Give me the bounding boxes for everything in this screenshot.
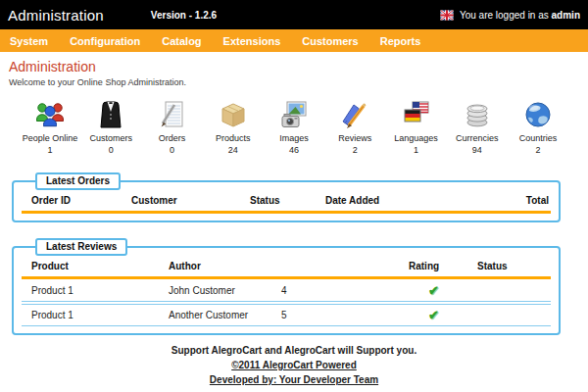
menu-item-reports[interactable]: Reports <box>369 35 432 47</box>
latest-reviews-legend: Latest Reviews <box>35 238 127 256</box>
review-row[interactable]: Product 1 John Customer 4 ✔ <box>22 279 551 302</box>
people-online-icon <box>20 99 80 130</box>
customers-icon <box>80 99 141 130</box>
stat-orders[interactable]: Orders 0 <box>142 99 203 155</box>
review-rating-number: 5 <box>281 310 409 320</box>
review-row[interactable]: Product 1 Another Customer 5 ✔ <box>22 304 551 326</box>
page-title: Administration <box>9 59 588 74</box>
top-bar: Administration Version - 1.2.6 You are l… <box>0 0 588 29</box>
orders-col-order-id: Order ID <box>22 195 131 206</box>
latest-orders-legend: Latest Orders <box>35 172 121 190</box>
stat-label: People Online <box>20 133 80 143</box>
orders-col-date-added: Date Added <box>325 195 490 206</box>
footer-support-text: Support AlegroCart and AlegroCart will S… <box>0 343 588 358</box>
menu-item-catalog[interactable]: Catalog <box>151 35 212 47</box>
reviews-table-header: Product Author Rating Status <box>22 261 551 279</box>
stat-languages[interactable]: Languages 1 <box>386 99 447 155</box>
stat-currencies[interactable]: Currencies 94 <box>447 99 508 155</box>
review-product: Product 1 <box>22 310 169 320</box>
menu-item-system[interactable]: System <box>2 35 59 47</box>
stat-label: Images <box>264 133 324 143</box>
stat-value: 2 <box>324 145 385 155</box>
stat-label: Currencies <box>447 133 508 143</box>
stat-label: Orders <box>142 133 203 143</box>
logged-in-username: admin <box>552 10 580 21</box>
orders-col-status: Status <box>250 195 325 206</box>
review-author: Another Customer <box>169 310 281 320</box>
stat-countries[interactable]: Countries 2 <box>508 99 568 155</box>
footer-developer-link[interactable]: Developed by: Your Developer Team <box>0 372 588 387</box>
approved-check-icon: ✔ <box>409 283 439 298</box>
stat-customers[interactable]: Customers 0 <box>80 99 141 155</box>
reviews-col-status: Status <box>477 261 551 271</box>
stat-label: Countries <box>508 133 568 143</box>
stat-products[interactable]: Products 24 <box>203 99 264 155</box>
latest-orders-panel: Latest Orders Order ID Customer Status D… <box>12 180 561 222</box>
orders-icon <box>142 99 203 130</box>
stat-value: 1 <box>20 145 80 155</box>
language-flag-icon[interactable] <box>440 10 454 21</box>
stat-value: 0 <box>142 145 203 155</box>
dashboard-stats: People Online 1 Customers 0 <box>20 99 568 155</box>
stat-people-online[interactable]: People Online 1 <box>20 99 80 155</box>
login-status-text: You are logged in as admin <box>460 10 580 21</box>
images-icon <box>264 99 324 130</box>
welcome-text: Welcome to your Online Shop Administrati… <box>9 77 588 87</box>
stat-value: 46 <box>264 145 324 155</box>
stat-value: 1 <box>386 145 447 155</box>
stat-label: Languages <box>386 133 447 143</box>
stat-reviews[interactable]: Reviews 2 <box>324 99 385 155</box>
menu-item-configuration[interactable]: Configuration <box>59 35 151 47</box>
stat-value: 24 <box>203 145 264 155</box>
review-rating-number: 4 <box>281 285 409 296</box>
page-footer: Support AlegroCart and AlegroCart will S… <box>0 343 588 387</box>
main-menu: System Configuration Catalog Extensions … <box>0 29 588 52</box>
footer-alegrocart-link[interactable]: ©2011 AlegroCart Powered <box>0 358 588 372</box>
review-author: John Customer <box>169 285 281 296</box>
version-label: Version - 1.2.6 <box>151 10 217 21</box>
reviews-col-author: Author <box>169 261 281 271</box>
menu-item-customers[interactable]: Customers <box>291 35 368 47</box>
products-icon <box>203 99 264 130</box>
stat-label: Products <box>203 133 264 143</box>
currencies-icon <box>447 99 508 130</box>
stat-label: Customers <box>80 133 141 143</box>
app-title: Administration <box>8 7 104 24</box>
reviews-col-product: Product <box>22 261 169 271</box>
menu-item-extensions[interactable]: Extensions <box>213 35 292 47</box>
reviews-col-rating: Rating <box>409 261 477 271</box>
stat-value: 0 <box>80 145 141 155</box>
approved-check-icon: ✔ <box>409 308 439 322</box>
languages-icon <box>386 99 447 130</box>
stat-value: 2 <box>508 145 568 155</box>
orders-table-header: Order ID Customer Status Date Added Tota… <box>22 195 551 214</box>
stat-value: 94 <box>447 145 508 155</box>
latest-reviews-panel: Latest Reviews Product Author Rating Sta… <box>12 246 561 335</box>
orders-col-total: Total <box>490 195 551 206</box>
orders-col-customer: Customer <box>131 195 250 206</box>
stat-images[interactable]: Images 46 <box>264 99 324 155</box>
stat-label: Reviews <box>324 133 385 143</box>
countries-icon <box>508 99 568 130</box>
reviews-icon <box>324 99 385 130</box>
review-product: Product 1 <box>22 285 169 296</box>
